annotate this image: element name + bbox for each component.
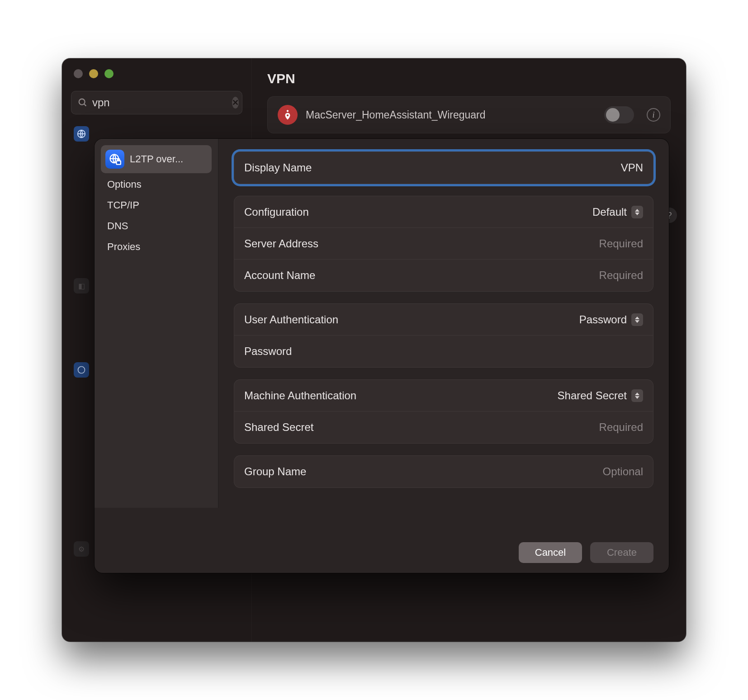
sheet-form: Display Name Configuration Default Serve…	[218, 139, 669, 573]
wireguard-icon	[278, 105, 298, 125]
sheet-footer: Cancel Create	[234, 533, 653, 563]
display-name-group: Display Name	[234, 151, 653, 184]
machine-auth-label: Machine Authentication	[244, 389, 356, 402]
svg-line-1	[84, 104, 86, 106]
stepper-icon	[631, 206, 643, 218]
shared-secret-input[interactable]	[444, 421, 643, 434]
shared-secret-label: Shared Secret	[244, 421, 313, 434]
sheet-tab-l2tp-label: L2TP over...	[130, 153, 183, 165]
sidebar-icon-4[interactable]: ⚙	[74, 541, 89, 557]
password-label: Password	[244, 345, 292, 358]
sheet-tab-proxies[interactable]: Proxies	[101, 237, 212, 256]
window-controls	[71, 69, 242, 78]
cancel-button[interactable]: Cancel	[519, 542, 582, 563]
machine-auth-value: Shared Secret	[558, 389, 627, 402]
clear-search-icon[interactable]: ✕	[232, 97, 239, 109]
sidebar-icon-2[interactable]: ◧	[74, 278, 89, 293]
vpn-connection-name: MacServer_HomeAssistant_Wireguard	[306, 109, 486, 121]
close-window-dot[interactable]	[74, 69, 83, 78]
sheet-tab-options[interactable]: Options	[101, 175, 212, 194]
configuration-select[interactable]: Default	[592, 206, 643, 218]
zoom-window-dot[interactable]	[104, 69, 114, 78]
display-name-input[interactable]	[444, 161, 643, 174]
connection-group: Configuration Default Server Address Acc…	[234, 196, 653, 292]
user-auth-group: User Authentication Password Password	[234, 303, 653, 368]
stepper-icon	[631, 389, 643, 402]
account-name-label: Account Name	[244, 269, 315, 282]
sidebar-network-icon[interactable]	[74, 126, 89, 142]
stepper-icon	[631, 313, 643, 326]
sheet-sidebar: L2TP over... Options TCP/IP DNS Proxies	[95, 139, 218, 508]
server-address-label: Server Address	[244, 237, 318, 250]
user-auth-label: User Authentication	[244, 313, 338, 326]
machine-auth-select[interactable]: Shared Secret	[558, 389, 643, 402]
search-input[interactable]	[88, 96, 232, 109]
search-field[interactable]: ✕	[71, 91, 242, 114]
minimize-window-dot[interactable]	[89, 69, 98, 78]
user-auth-value: Password	[579, 313, 627, 326]
create-button[interactable]: Create	[590, 542, 653, 563]
add-vpn-sheet: L2TP over... Options TCP/IP DNS Proxies …	[95, 139, 669, 573]
display-name-label: Display Name	[244, 161, 312, 174]
configuration-value: Default	[592, 206, 627, 218]
sheet-tab-l2tp[interactable]: L2TP over...	[101, 145, 212, 173]
sheet-tab-tcpip[interactable]: TCP/IP	[101, 196, 212, 215]
svg-point-0	[79, 99, 85, 105]
system-settings-window: ✕ ◧ ⚙ VPN MacServer_HomeAssistant_Wiregu…	[62, 58, 686, 642]
group-name-label: Group Name	[244, 465, 306, 478]
group-name-input[interactable]	[444, 465, 643, 478]
machine-auth-group: Machine Authentication Shared Secret Sha…	[234, 379, 653, 444]
page-title: VPN	[267, 71, 671, 86]
account-name-input[interactable]	[444, 269, 643, 282]
globe-lock-icon	[105, 150, 124, 169]
configuration-label: Configuration	[244, 206, 309, 218]
server-address-input[interactable]	[444, 237, 643, 250]
sidebar-icon-3[interactable]	[74, 362, 89, 378]
user-auth-select[interactable]: Password	[579, 313, 643, 326]
password-input[interactable]	[444, 345, 643, 358]
svg-rect-5	[117, 161, 121, 165]
group-name-group: Group Name	[234, 455, 653, 488]
info-icon[interactable]: i	[647, 108, 660, 122]
svg-point-3	[78, 367, 85, 374]
vpn-connection-card[interactable]: MacServer_HomeAssistant_Wireguard i	[267, 96, 671, 133]
search-icon	[78, 97, 88, 108]
sheet-tab-dns[interactable]: DNS	[101, 217, 212, 236]
vpn-toggle[interactable]	[604, 106, 634, 123]
